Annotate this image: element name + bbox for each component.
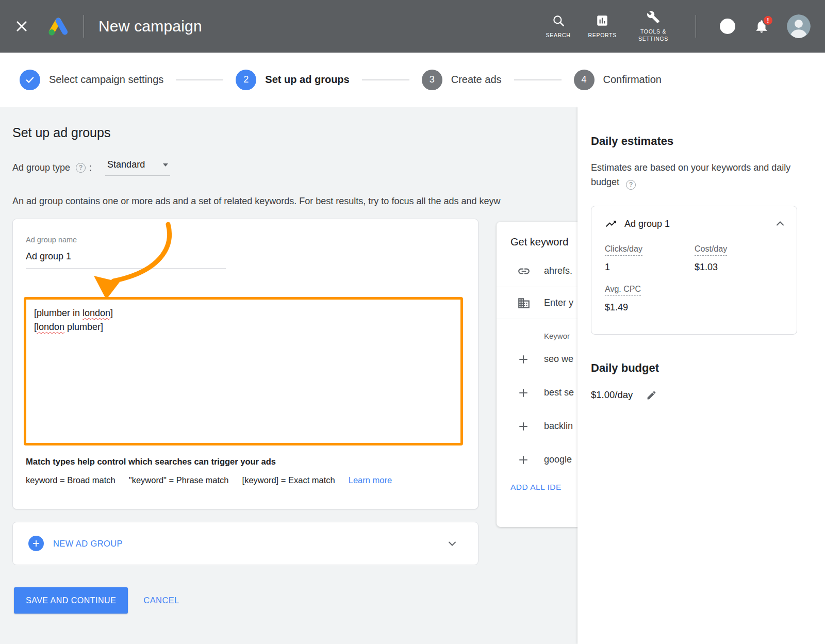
daily-budget-title: Daily budget <box>591 361 659 375</box>
reports-button[interactable]: REPORTS <box>588 14 617 39</box>
estimate-card-header: Ad group 1 <box>605 218 786 230</box>
chevron-down-icon <box>163 163 168 167</box>
section-heading: Set up ad groups <box>12 125 110 140</box>
tools-settings-label: TOOLS & SETTINGS <box>634 28 672 42</box>
step-1-label: Select campaign settings <box>49 74 163 86</box>
wrench-icon <box>647 10 660 24</box>
stepper-connector <box>514 79 562 80</box>
keyword-idea-text: google <box>544 454 572 465</box>
search-icon <box>552 14 565 27</box>
clicks-per-day-label: Clicks/day <box>605 244 642 256</box>
avg-cpc-value: $1.49 <box>605 302 628 313</box>
ad-group-type-label: Ad group type <box>12 162 70 173</box>
step-3-label: Create ads <box>451 74 502 86</box>
clicks-per-day-value: 1 <box>605 262 610 273</box>
ad-group-type-value: Standard <box>107 159 145 170</box>
keyword-idea-text: backlin <box>544 421 573 432</box>
header-divider-2 <box>696 15 696 38</box>
new-ad-group-button[interactable]: NEW AD GROUP <box>12 522 478 565</box>
search-label: SEARCH <box>546 31 571 39</box>
ad-group-estimate-card: Ad group 1 Clicks/day 1 Cost/day $1.03 A… <box>591 206 797 335</box>
app-header: New campaign SEARCH REPORTS TOOLS & SETT… <box>0 0 825 53</box>
ad-group-type-row: Ad group type : Standard <box>12 159 170 176</box>
window-title: New campaign <box>98 18 202 35</box>
step-3-circle: 3 <box>422 70 442 90</box>
step-1-circle <box>20 70 40 90</box>
google-ads-logo <box>47 16 69 37</box>
exact-match-hint: [keyword] = Exact match <box>242 475 335 485</box>
ad-group-name-input[interactable]: Ad group 1 <box>26 251 226 269</box>
avatar[interactable] <box>787 14 811 38</box>
match-types-title: Match types help control which searches … <box>26 457 276 467</box>
tools-settings-button[interactable]: TOOLS & SETTINGS <box>634 10 672 42</box>
daily-estimates-subtitle-text: Estimates are based on your keywords and… <box>591 162 790 187</box>
link-icon <box>517 265 531 278</box>
keyword-idea-text: seo we <box>544 354 573 365</box>
daily-estimates-panel: Daily estimates Estimates are based on y… <box>578 107 825 644</box>
plus-icon <box>517 454 530 466</box>
keyword-source-text: ahrefs. <box>544 266 572 276</box>
keywords-textarea[interactable]: [plumber in london][london plumber] <box>24 297 463 445</box>
daily-estimates-subtitle: Estimates are based on your keywords and… <box>591 160 799 190</box>
plus-icon <box>517 420 530 433</box>
plus-icon <box>517 353 530 366</box>
daily-estimates-title: Daily estimates <box>591 135 673 148</box>
section-description: An ad group contains one or more ads and… <box>12 196 574 207</box>
broad-match-hint: keyword = Broad match <box>26 475 116 485</box>
action-row: SAVE AND CONTINUE CANCEL <box>14 587 179 614</box>
learn-more-link[interactable]: Learn more <box>349 475 392 485</box>
cost-per-day-label: Cost/day <box>695 244 727 256</box>
new-ad-group-label: NEW AD GROUP <box>53 539 123 549</box>
collapse-chevron-icon[interactable] <box>774 218 786 230</box>
check-icon <box>25 75 35 85</box>
keywords-text: [plumber in london][london plumber] <box>34 306 453 334</box>
pencil-icon <box>646 390 657 401</box>
phrase-match-hint: "keyword" = Phrase match <box>129 475 229 485</box>
ad-group-type-select[interactable]: Standard <box>105 159 170 176</box>
help-icon[interactable] <box>720 19 735 34</box>
save-and-continue-button[interactable]: SAVE AND CONTINUE <box>14 587 128 614</box>
header-divider <box>84 15 84 38</box>
reports-icon <box>596 14 609 27</box>
ad-group-card: Ad group name Ad group 1 [plumber in lon… <box>12 219 478 509</box>
trending-up-icon <box>605 218 617 230</box>
progress-stepper: Select campaign settings 2 Set up ad gro… <box>0 53 825 107</box>
add-circle-icon <box>28 536 44 551</box>
step-2-label: Set up ad groups <box>265 74 349 86</box>
close-icon[interactable] <box>14 19 29 34</box>
step-select-campaign-settings[interactable]: Select campaign settings <box>20 70 163 90</box>
reports-label: REPORTS <box>588 31 617 39</box>
keyword-idea-text: best se <box>544 387 574 398</box>
notifications-button[interactable]: ! <box>754 19 769 34</box>
cost-per-day-value: $1.03 <box>695 262 718 273</box>
avg-cpc-label: Avg. CPC <box>605 285 641 296</box>
stepper-connector <box>176 79 223 80</box>
step-2-circle: 2 <box>236 70 256 90</box>
expand-chevron-icon[interactable] <box>446 537 458 550</box>
cancel-button[interactable]: CANCEL <box>143 596 179 605</box>
step-4-label: Confirmation <box>603 74 662 86</box>
step-create-ads[interactable]: 3 Create ads <box>422 70 502 90</box>
edit-budget-button[interactable] <box>646 390 657 401</box>
plus-icon <box>517 387 530 399</box>
ad-group-type-colon: : <box>89 162 92 173</box>
step-4-circle: 4 <box>574 70 595 90</box>
notification-badge: ! <box>763 15 773 26</box>
search-button[interactable]: SEARCH <box>546 14 571 39</box>
ad-group-name-label: Ad group name <box>26 236 77 244</box>
business-icon <box>517 296 531 310</box>
stepper-connector <box>362 79 409 80</box>
step-set-up-ad-groups[interactable]: 2 Set up ad groups <box>236 70 349 90</box>
ad-group-type-help-icon[interactable] <box>76 163 86 173</box>
main-content: Set up ad groups Ad group type : Standar… <box>0 107 825 644</box>
step-confirmation[interactable]: 4 Confirmation <box>574 70 662 90</box>
daily-budget-value: $1.00/day <box>591 389 633 401</box>
estimate-group-name: Ad group 1 <box>624 219 670 229</box>
keyword-enter-text: Enter y <box>544 298 573 308</box>
estimates-help-icon[interactable] <box>626 180 636 190</box>
match-types-row: keyword = Broad match "keyword" = Phrase… <box>26 475 392 485</box>
daily-budget-row: $1.00/day <box>591 389 657 401</box>
